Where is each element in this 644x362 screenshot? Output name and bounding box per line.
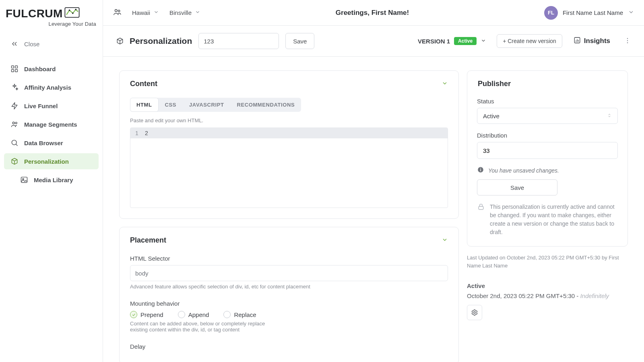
sidebar-item-affinity[interactable]: Affinity Analysis — [4, 79, 99, 95]
svg-point-1 — [69, 10, 70, 11]
sidebar-item-label: Media Library — [34, 177, 73, 183]
page-header: Personalization Save VERSION 1 Active + … — [103, 26, 644, 57]
sidebar-close-label: Close — [24, 41, 39, 47]
state-time-suffix: Indefinitely — [580, 292, 609, 299]
personalization-name-input[interactable] — [198, 33, 279, 49]
html-selector-input[interactable] — [130, 265, 448, 281]
info-icon — [477, 166, 484, 175]
lock-note-text: This personalization is currently active… — [490, 203, 618, 237]
insights-label: Insights — [584, 37, 610, 45]
crumb-region-label: Hawaii — [132, 9, 150, 16]
sidebar-item-segments[interactable]: Manage Segments — [4, 116, 99, 132]
version-label: VERSION 1 — [418, 38, 450, 45]
sidebar-item-label: Dashboard — [24, 66, 56, 72]
sidebar-close[interactable]: Close — [4, 36, 99, 52]
svg-point-16 — [118, 10, 120, 12]
status-select[interactable]: Active — [477, 108, 618, 124]
chevron-down-icon[interactable] — [628, 9, 634, 16]
content-tabs: HTML CSS JAVASCRIPT RECOMMENDATIONS — [130, 98, 301, 112]
create-version-button[interactable]: + Create new version — [497, 34, 562, 48]
grid-icon — [10, 65, 19, 73]
state-label: Active — [467, 282, 628, 289]
version-selector[interactable]: VERSION 1 Active — [418, 37, 486, 45]
publisher-title: Publisher — [478, 80, 511, 88]
box-icon — [10, 157, 19, 165]
sidebar-item-personalization[interactable]: Personalization — [4, 153, 99, 169]
logo-word: FULCRUM — [6, 7, 63, 20]
collapse-toggle[interactable] — [442, 80, 448, 88]
save-button[interactable]: Save — [285, 33, 314, 49]
mounting-label: Mounting behavior — [130, 300, 448, 307]
editor-code: 2 — [143, 128, 448, 138]
logo: FULCRUM Leverage Your Data — [0, 2, 103, 29]
lock-note: This personalization is currently active… — [477, 203, 618, 237]
image-icon — [20, 176, 28, 184]
more-menu[interactable] — [624, 37, 631, 45]
sidebar-item-label: Data Browser — [24, 140, 63, 146]
crumb-site-label: Binsville — [169, 9, 192, 16]
insights-link[interactable]: Insights — [574, 37, 610, 46]
user-name: First Name Last Name — [563, 9, 623, 16]
svg-point-22 — [627, 38, 628, 39]
radio-label: Append — [188, 311, 209, 318]
chevron-down-icon — [153, 9, 159, 16]
tab-javascript[interactable]: JAVASCRIPT — [183, 98, 230, 112]
sidebar-item-dashboard[interactable]: Dashboard — [4, 61, 99, 77]
content-hint: Paste and edit your own HTML. — [130, 117, 448, 123]
sort-icon — [607, 112, 612, 120]
box-icon — [116, 37, 124, 45]
radio-append[interactable]: Append — [178, 311, 209, 318]
editor-gutter: 1 — [130, 128, 143, 138]
unsaved-text: You have unsaved changes. — [488, 167, 559, 174]
sidebar-item-label: Affinity Analysis — [24, 84, 71, 91]
sidebar-item-databrowser[interactable]: Data Browser — [4, 135, 99, 151]
sidebar-item-label: Personalization — [24, 158, 69, 165]
svg-rect-27 — [480, 168, 481, 169]
html-editor[interactable]: 1 2 — [130, 128, 448, 208]
collapse-toggle[interactable] — [442, 237, 448, 244]
svg-line-11 — [16, 144, 17, 146]
selector-label: HTML Selector — [130, 255, 448, 262]
radio-prepend[interactable]: Prepend — [130, 311, 163, 318]
settings-button[interactable] — [467, 305, 482, 320]
content-title: Content — [130, 80, 157, 88]
publisher-save-button[interactable]: Save — [477, 179, 557, 195]
topbar: Hawaii Binsville Greetings, First Name! … — [103, 0, 644, 26]
tab-html[interactable]: HTML — [130, 98, 159, 112]
tab-recommendations[interactable]: RECOMMENDATIONS — [230, 98, 301, 112]
unsaved-warning: You have unsaved changes. — [477, 166, 618, 175]
avatar[interactable]: FL — [544, 6, 558, 20]
svg-point-9 — [15, 122, 17, 124]
sidebar-item-label: Manage Segments — [24, 121, 77, 128]
svg-rect-6 — [12, 70, 14, 72]
placement-title: Placement — [130, 236, 166, 245]
radio-replace[interactable]: Replace — [223, 311, 256, 318]
delay-label: Delay — [130, 343, 448, 350]
svg-point-10 — [12, 140, 17, 145]
last-updated: Last Updated on October 2nd, 2023 05:22 … — [467, 254, 628, 269]
content-card: Content HTML CSS JAVASCRIPT RECOMMENDATI… — [119, 70, 459, 219]
crumb-site[interactable]: Binsville — [169, 9, 200, 16]
tab-css[interactable]: CSS — [159, 98, 183, 112]
radio-label: Replace — [234, 311, 256, 318]
state-time: October 2nd, 2023 05:22 PM GMT+5:30 - In… — [467, 292, 628, 299]
sidebar-item-funnel[interactable]: Live Funnel — [4, 98, 99, 114]
state-time-value: October 2nd, 2023 05:22 PM GMT+5:30 - — [467, 292, 580, 299]
nav: Close Dashboard Affinity Analysis Live F… — [0, 35, 103, 189]
svg-point-8 — [12, 122, 14, 124]
chevrons-left-icon — [10, 40, 19, 48]
svg-rect-7 — [15, 70, 18, 72]
placement-card: Placement HTML Selector Advanced feature… — [119, 227, 459, 362]
page-title: Personalization — [130, 36, 192, 46]
status-badge: Active — [454, 37, 477, 45]
org-icon[interactable] — [113, 8, 122, 18]
search-icon — [10, 139, 19, 147]
sidebar-item-medialibrary[interactable]: Media Library — [19, 172, 99, 188]
logo-mark-icon — [64, 7, 80, 19]
svg-point-2 — [72, 12, 74, 14]
distribution-input[interactable] — [477, 142, 618, 159]
users-icon — [10, 120, 19, 128]
radio-label: Prepend — [140, 311, 163, 318]
sidebar-item-label: Live Funnel — [24, 103, 58, 109]
crumb-region[interactable]: Hawaii — [132, 9, 159, 16]
